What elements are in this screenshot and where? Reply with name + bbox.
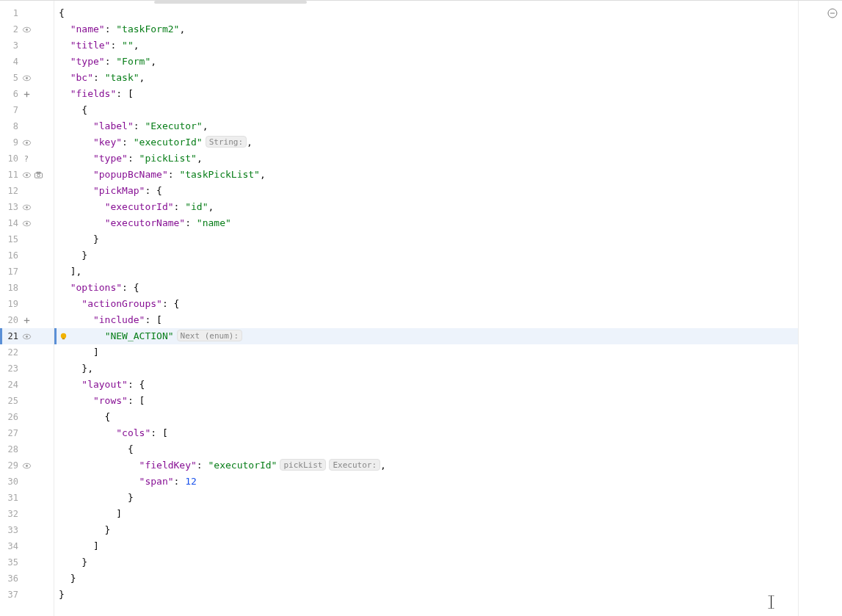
gutter-row[interactable]: 27 [0,425,54,441]
code-line[interactable]: } [54,522,798,538]
code-line[interactable]: } [54,554,798,570]
gutter-row[interactable]: 22 [0,344,54,360]
gutter-row[interactable]: 11 [0,167,54,183]
gutter-row[interactable]: 28 [0,441,54,457]
code-area[interactable]: { "name": "taskForm2", "title": "", "typ… [54,1,798,616]
code-line[interactable]: "include": [ [54,312,798,328]
gutter-row[interactable]: 34 [0,538,54,554]
code-token: } [59,524,110,535]
code-line[interactable]: "popupBcName": "taskPickList", [54,167,798,183]
code-line[interactable]: } [54,490,798,506]
code-line[interactable]: "type": "Form", [54,54,798,70]
code-line[interactable]: ] [54,538,798,554]
gutter-row[interactable]: 33 [0,522,54,538]
line-number: 16 [2,247,18,264]
gutter-row[interactable]: 7 [0,102,54,118]
gutter-icons [21,331,51,341]
gutter-row[interactable]: 3 [0,37,54,54]
svg-point-24 [61,333,66,338]
gutter-row[interactable]: 26 [0,409,54,425]
eye-icon[interactable] [21,73,32,83]
code-line[interactable]: "key": "executorId"String:, [54,134,798,151]
gutter-row[interactable]: 8 [0,118,54,134]
question-icon[interactable]: ? [21,153,32,164]
gutter-icons [21,170,51,180]
gutter-row[interactable]: 16 [0,247,54,264]
code-line[interactable]: { [54,5,798,21]
gutter-row[interactable]: 19 [0,296,54,312]
code-line[interactable]: "label": "Executor", [54,118,798,134]
gutter-row[interactable]: 29 [0,457,54,474]
gutter-row[interactable]: 9 [0,134,54,151]
code-token: } [59,557,87,568]
gutter-row[interactable]: 31 [0,490,54,506]
code-line[interactable]: { [54,102,798,118]
code-line[interactable]: "executorName": "name" [54,215,798,231]
code-line[interactable]: ] [54,344,798,360]
code-line[interactable]: { [54,409,798,425]
gutter-row[interactable]: 36 [0,570,54,587]
eye-icon[interactable] [21,331,32,341]
code-line[interactable]: "pickMap": { [54,183,798,199]
code-line[interactable]: "name": "taskForm2", [54,21,798,37]
code-line[interactable]: "title": "", [54,37,798,54]
eye-icon[interactable] [21,218,32,228]
plus-icon[interactable] [21,89,32,99]
code-line[interactable]: "fieldKey": "executorId"pickListExecutor… [54,457,798,474]
gutter-row[interactable]: 21 [0,328,54,344]
eye-icon[interactable] [21,24,32,35]
gutter-row[interactable]: 20 [0,312,54,328]
gutter-row[interactable]: 18 [0,280,54,296]
code-line[interactable]: } [54,587,798,603]
code-line[interactable]: ], [54,264,798,280]
collapse-minus-icon[interactable] [827,8,838,18]
eye-icon[interactable] [21,137,32,148]
eye-icon[interactable] [21,202,32,212]
code-line[interactable]: "bc": "task", [54,70,798,86]
gutter-row[interactable]: 32 [0,506,54,522]
gutter-row[interactable]: 15 [0,231,54,247]
gutter-row[interactable]: 4 [0,54,54,70]
code-line[interactable]: "type": "pickList", [54,151,798,167]
svg-point-13 [37,174,40,177]
gutter-row[interactable]: 10? [0,151,54,167]
code-line[interactable]: "fields": [ [54,86,798,102]
code-line[interactable]: } [54,570,798,587]
gutter-row[interactable]: 5 [0,70,54,86]
line-number: 17 [2,264,18,280]
code-line[interactable]: "actionGroups": { [54,296,798,312]
gutter-row[interactable]: 35 [0,554,54,570]
code-line[interactable]: "layout": { [54,377,798,393]
code-line[interactable]: "cols": [ [54,425,798,441]
code-token: { [59,443,134,454]
code-line[interactable]: "span": 12 [54,474,798,490]
code-line[interactable]: } [54,247,798,264]
gutter-row[interactable]: 25 [0,393,54,409]
gutter-row[interactable]: 6 [0,86,54,102]
code-line[interactable]: }, [54,360,798,377]
line-number: 13 [2,199,18,215]
code-line[interactable]: "executorId": "id", [54,199,798,215]
gutter-row[interactable]: 2 [0,21,54,37]
code-line[interactable]: "options": { [54,280,798,296]
code-line[interactable]: { [54,441,798,457]
gutter-row[interactable]: 12 [0,183,54,199]
gutter-row[interactable]: 14 [0,215,54,231]
gutter-row[interactable]: 30 [0,474,54,490]
code-token: }, [59,363,93,374]
gutter-row[interactable]: 13 [0,199,54,215]
eye-icon[interactable] [21,170,32,180]
gutter-row[interactable]: 1 [0,5,54,21]
code-line[interactable]: ] [54,506,798,522]
eye-icon[interactable] [21,460,32,471]
code-line[interactable]: "rows": [ [54,393,798,409]
gutter-row[interactable]: 37 [0,587,54,603]
gutter-row[interactable]: 24 [0,377,54,393]
plus-icon[interactable] [21,315,32,325]
gutter-icons [21,73,51,83]
gutter-row[interactable]: 23 [0,360,54,377]
code-line[interactable]: "NEW_ACTION"Next (enum): [54,328,798,344]
code-line[interactable]: } [54,231,798,247]
gutter-row[interactable]: 17 [0,264,54,280]
camera-icon[interactable] [33,170,43,180]
